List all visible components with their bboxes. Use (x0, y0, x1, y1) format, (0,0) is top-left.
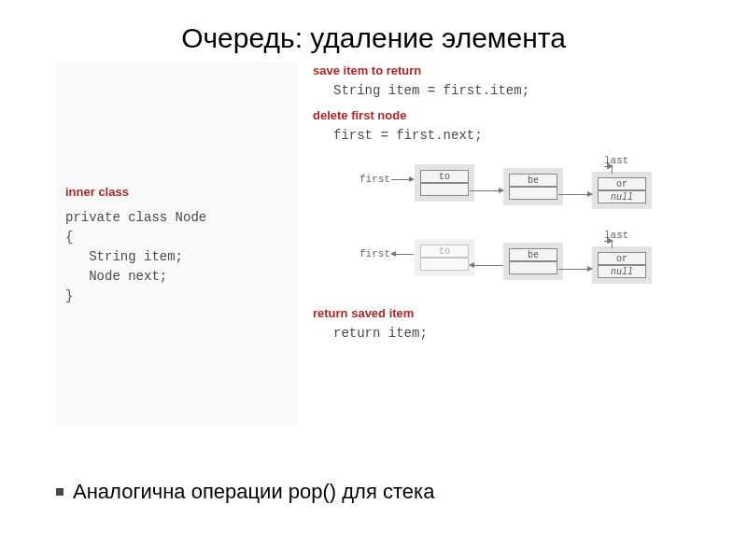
delete-label: delete first node (313, 108, 691, 122)
inner-class-code: private class Node { String item; Node n… (65, 208, 289, 306)
section-return: return saved item return item; (313, 306, 691, 343)
node-cell: to (420, 245, 469, 258)
arrow-link (558, 269, 592, 270)
arrow-first-removed (391, 254, 414, 255)
save-code: String item = first.item; (313, 81, 691, 101)
diagram-node: be (509, 174, 557, 200)
inner-class-label: inner class (65, 185, 289, 199)
page-title: Очередь: удаление элемента (0, 0, 747, 62)
diagram-row-1: first last to be or null (313, 153, 691, 218)
first-pointer-label: first (359, 174, 390, 185)
return-label: return saved item (313, 306, 691, 320)
arrow-first (391, 179, 414, 180)
content-panel: inner class private class Node { String … (56, 62, 691, 426)
node-cell: or (598, 177, 646, 190)
return-code: return item; (313, 324, 691, 343)
node-cell: to (420, 170, 469, 183)
left-column: inner class private class Node { String … (56, 62, 299, 426)
node-cell (509, 187, 557, 200)
node-cell: be (509, 248, 557, 261)
diagram-node: or null (598, 252, 646, 278)
bullet-text: Аналогична операции pop() для стека (73, 480, 434, 503)
delete-code: first = first.next; (313, 126, 691, 146)
section-save: save item to return String item = first.… (313, 63, 691, 101)
diagram-row-2: first last to be or null (313, 228, 691, 293)
diagram-node: be (509, 248, 557, 274)
arrow-last-h (604, 241, 612, 242)
first-pointer-label: first (359, 248, 390, 259)
arrow-link (558, 194, 592, 195)
diagram-node-removed: to (420, 245, 469, 271)
arrow-link-back (470, 265, 503, 266)
node-cell: or (598, 252, 646, 265)
node-cell (420, 258, 469, 271)
diagram-node: to (420, 170, 469, 196)
node-cell: null (598, 265, 646, 278)
node-cell: null (598, 190, 646, 203)
section-delete: delete first node first = first.next; (313, 108, 691, 146)
bullet-icon (56, 488, 63, 496)
node-cell: be (509, 174, 557, 187)
save-label: save item to return (313, 63, 691, 77)
node-cell (420, 183, 469, 196)
arrow-last-h (604, 166, 612, 167)
right-column: save item to return String item = first.… (313, 62, 691, 426)
diagram-node: or null (598, 177, 646, 203)
node-cell (509, 261, 557, 274)
arrow-link (470, 190, 503, 191)
bullet-note: Аналогична операции pop() для стека (56, 480, 434, 504)
